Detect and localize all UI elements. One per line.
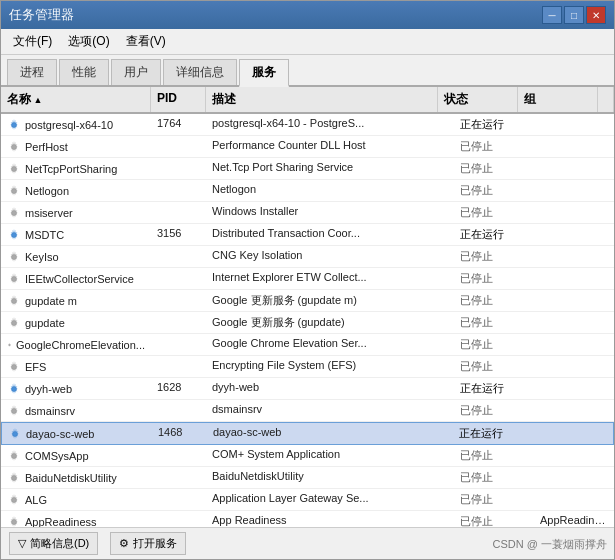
service-desc: Application Layer Gateway Se... <box>206 489 454 510</box>
service-status: 已停止 <box>454 334 534 355</box>
table-row[interactable]: EFSEncrypting File System (EFS)已停止 <box>1 356 614 378</box>
watermark: CSDN @ 一蓑烟雨撑舟 <box>493 537 607 552</box>
service-pid <box>151 290 206 311</box>
service-status: 已停止 <box>454 356 534 377</box>
service-pid <box>151 400 206 421</box>
service-group <box>534 467 614 488</box>
table-row[interactable]: msiserverWindows Installer已停止 <box>1 202 614 224</box>
service-group <box>534 224 614 245</box>
service-pid: 1764 <box>151 114 206 135</box>
service-pid: 1468 <box>152 423 207 444</box>
col-header-PID[interactable]: PID <box>151 87 206 112</box>
service-desc: BaiduNetdiskUtility <box>206 467 454 488</box>
service-group <box>534 489 614 510</box>
table-row[interactable]: NetTcpPortSharingNet.Tcp Port Sharing Se… <box>1 158 614 180</box>
task-manager-window: 任务管理器 ─ □ ✕ 文件(F)选项(O)查看(V) 进程性能用户详细信息服务… <box>0 0 615 560</box>
service-group <box>534 114 614 135</box>
table-header: 名称PID描述状态组 <box>1 87 614 114</box>
service-status: 已停止 <box>454 400 534 421</box>
tabs-bar: 进程性能用户详细信息服务 <box>1 55 614 87</box>
tab-服务[interactable]: 服务 <box>239 59 289 87</box>
table-row[interactable]: KeyIsoCNG Key Isolation已停止 <box>1 246 614 268</box>
table-row[interactable]: gupdate mGoogle 更新服务 (gupdate m)已停止 <box>1 290 614 312</box>
service-status: 已停止 <box>454 312 534 333</box>
service-status: 已停止 <box>454 246 534 267</box>
service-desc: Google 更新服务 (gupdate m) <box>206 290 454 311</box>
window-title: 任务管理器 <box>9 6 74 24</box>
service-name: gupdate <box>1 312 151 333</box>
service-pid <box>151 180 206 201</box>
service-name: msiserver <box>1 202 151 223</box>
service-name: BaiduNetdiskUtility <box>1 467 151 488</box>
table-row[interactable]: AppReadinessApp Readiness已停止AppReadiness <box>1 511 614 527</box>
table-row[interactable]: dsmainsrvdsmainsrv已停止 <box>1 400 614 422</box>
close-button[interactable]: ✕ <box>586 6 606 24</box>
service-group <box>534 136 614 157</box>
service-icon <box>7 206 21 220</box>
service-status: 正在运行 <box>454 224 534 245</box>
table-row[interactable]: BaiduNetdiskUtilityBaiduNetdiskUtility已停… <box>1 467 614 489</box>
maximize-button[interactable]: □ <box>564 6 584 24</box>
service-desc: Encrypting File System (EFS) <box>206 356 454 377</box>
table-row[interactable]: gupdateGoogle 更新服务 (gupdate)已停止 <box>1 312 614 334</box>
service-desc: Google 更新服务 (gupdate) <box>206 312 454 333</box>
table-row[interactable]: dayao-sc-web1468dayao-sc-web正在运行 <box>1 422 614 445</box>
service-status: 已停止 <box>454 489 534 510</box>
service-group: AppReadiness <box>534 511 614 527</box>
service-pid <box>151 445 206 466</box>
table-row[interactable]: NetlogonNetlogon已停止 <box>1 180 614 202</box>
service-desc: dsmainsrv <box>206 400 454 421</box>
menu-item[interactable]: 文件(F) <box>7 31 58 52</box>
service-icon <box>7 294 21 308</box>
service-desc: COM+ System Application <box>206 445 454 466</box>
table-row[interactable]: PerfHostPerformance Counter DLL Host已停止 <box>1 136 614 158</box>
col-header-组[interactable]: 组 <box>518 87 598 112</box>
brief-info-button[interactable]: ▽ 简略信息(D) <box>9 532 98 555</box>
table-row[interactable]: dyyh-web1628dyyh-web正在运行 <box>1 378 614 400</box>
service-icon <box>7 316 21 330</box>
service-icon <box>7 184 21 198</box>
table-row[interactable]: postgresql-x64-101764postgresql-x64-10 -… <box>1 114 614 136</box>
col-header-状态[interactable]: 状态 <box>438 87 518 112</box>
menu-item[interactable]: 查看(V) <box>120 31 172 52</box>
minimize-button[interactable]: ─ <box>542 6 562 24</box>
service-name: PerfHost <box>1 136 151 157</box>
service-icon <box>7 360 21 374</box>
tab-详细信息[interactable]: 详细信息 <box>163 59 237 85</box>
service-status: 正在运行 <box>454 114 534 135</box>
open-services-button[interactable]: ⚙ 打开服务 <box>110 532 186 555</box>
service-status: 已停止 <box>454 268 534 289</box>
scrollbar-spacer <box>598 87 614 112</box>
service-name: IEEtwCollectorService <box>1 268 151 289</box>
table-body[interactable]: postgresql-x64-101764postgresql-x64-10 -… <box>1 114 614 527</box>
tab-进程[interactable]: 进程 <box>7 59 57 85</box>
table-row[interactable]: GoogleChromeElevation...Google Chrome El… <box>1 334 614 356</box>
service-icon <box>7 338 12 352</box>
col-header-描述[interactable]: 描述 <box>206 87 438 112</box>
service-name: COMSysApp <box>1 445 151 466</box>
table-row[interactable]: IEEtwCollectorServiceInternet Explorer E… <box>1 268 614 290</box>
service-name: Netlogon <box>1 180 151 201</box>
service-pid: 3156 <box>151 224 206 245</box>
service-name: postgresql-x64-10 <box>1 114 151 135</box>
service-pid <box>151 489 206 510</box>
col-header-名称[interactable]: 名称 <box>1 87 151 112</box>
menu-item[interactable]: 选项(O) <box>62 31 115 52</box>
tab-用户[interactable]: 用户 <box>111 59 161 85</box>
service-status: 已停止 <box>454 180 534 201</box>
service-desc: dayao-sc-web <box>207 423 453 444</box>
table-row[interactable]: MSDTC3156Distributed Transaction Coor...… <box>1 224 614 246</box>
service-group <box>534 400 614 421</box>
service-pid <box>151 246 206 267</box>
service-desc: dyyh-web <box>206 378 454 399</box>
service-status: 正在运行 <box>454 378 534 399</box>
service-icon <box>7 382 21 396</box>
service-desc: Distributed Transaction Coor... <box>206 224 454 245</box>
service-desc: Netlogon <box>206 180 454 201</box>
service-status: 已停止 <box>454 511 534 527</box>
service-group <box>534 290 614 311</box>
service-status: 已停止 <box>454 467 534 488</box>
tab-性能[interactable]: 性能 <box>59 59 109 85</box>
table-row[interactable]: COMSysAppCOM+ System Application已停止 <box>1 445 614 467</box>
table-row[interactable]: ALGApplication Layer Gateway Se...已停止 <box>1 489 614 511</box>
